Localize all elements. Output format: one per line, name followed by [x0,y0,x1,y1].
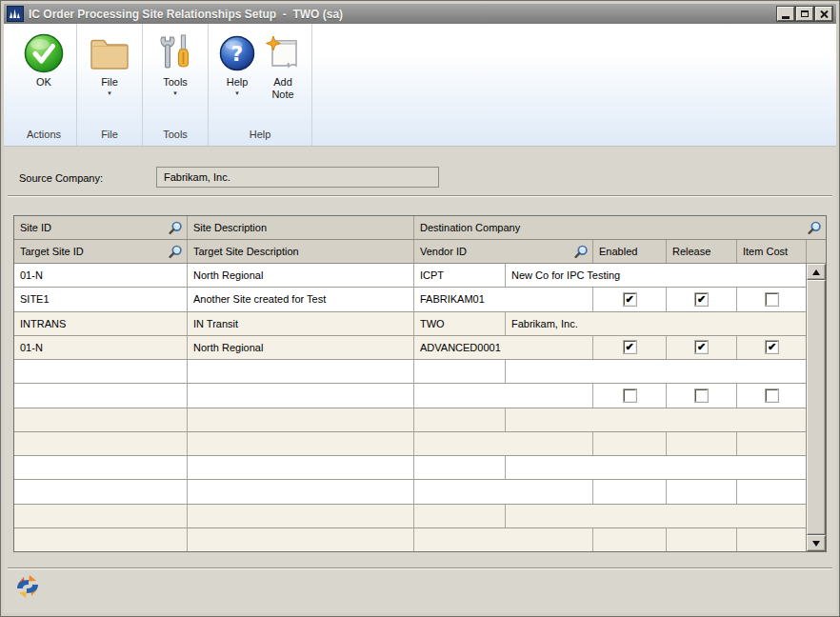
tools-button[interactable]: Tools ▼ [149,26,202,127]
cell-destination-company-id[interactable]: TWO [414,312,506,335]
checkbox-release[interactable]: ✔ [695,293,708,306]
destination-company-lookup-icon[interactable] [808,221,822,235]
dropdown-arrow-icon: ▼ [107,90,112,96]
cell-target-site-description[interactable]: Another Site created for Test [188,288,414,310]
group-label-actions: Actions [17,127,70,146]
window-title: IC Order Processing Site Relationships S… [29,8,777,21]
cell-item-cost [737,384,807,407]
checkbox-enabled[interactable]: ✔ [624,341,636,353]
cell-target-site-description[interactable] [188,384,414,407]
help-button-label: Help [227,76,249,89]
cell-enabled: ✔ [593,288,667,310]
cell-vendor-id[interactable] [414,384,593,407]
add-note-button[interactable]: Add Note [260,26,306,127]
scrollbar-thumb[interactable] [807,280,826,535]
checkbox-item-cost[interactable] [766,389,778,402]
cell-vendor-id[interactable]: FABRIKAM01 [414,288,593,310]
close-button[interactable] [815,7,832,21]
cell-item-cost [737,528,807,551]
cell-site-id [14,456,188,479]
divider [8,195,832,197]
scroll-down-button[interactable] [807,535,826,551]
grid-row [14,480,806,504]
checkbox-item-cost[interactable]: ✔ [766,341,778,353]
cell-destination-company-id[interactable]: ICPT [414,264,506,287]
header-filler [807,240,826,263]
cell-destination-company-name[interactable]: Fabrikam, Inc. [506,312,806,335]
scroll-up-button[interactable] [807,264,826,280]
ribbon-toolbar: OK Actions File ▼ File [4,24,836,147]
cell-destination-company-id [414,408,506,431]
cell-target-site-id[interactable]: SITE1 [14,288,188,310]
header-target-site-description: Target Site Description [188,240,414,263]
grid-row [14,432,806,456]
cell-site-description[interactable] [188,360,414,383]
header-item-cost-label: Item Cost [743,246,802,257]
cell-target-site-id[interactable] [14,384,188,407]
grid-header-row-2: Target Site ID Target Site Description V… [14,240,826,264]
file-button-label: File [101,76,118,89]
header-target-site-id: Target Site ID [14,240,188,263]
cell-target-site-id [14,528,188,551]
cell-vendor-id [414,432,593,455]
grid-row [14,360,806,384]
cell-destination-company-name[interactable]: New Co for IPC Testing [506,264,806,287]
close-icon [820,10,829,18]
checkbox-release[interactable]: ✔ [695,341,708,353]
group-label-help: Help [214,127,306,146]
vendor-id-lookup-icon[interactable] [574,245,589,259]
minimize-button[interactable] [777,7,794,21]
header-vendor-id-label: Vendor ID [420,246,574,257]
scrollbar-track[interactable] [807,280,826,535]
ribbon-group-actions: OK Actions [11,24,77,146]
cell-vendor-id[interactable]: ADVANCED0001 [414,336,593,359]
grid-row [14,384,806,408]
dropdown-arrow-icon: ▼ [234,90,240,96]
vertical-scrollbar[interactable] [807,264,826,551]
cell-site-id [14,505,188,527]
gp-pinwheel-icon [14,573,41,600]
cell-item-cost [737,480,807,503]
cell-target-site-id [14,480,188,503]
cell-release [667,528,737,551]
checkbox-release[interactable] [695,389,708,402]
group-label-tools: Tools [149,127,202,146]
titlebar: IC Order Processing Site Relationships S… [4,4,836,24]
header-site-id: Site ID [14,216,188,239]
cell-target-site-id[interactable]: 01-N [14,336,188,359]
file-button[interactable]: File ▼ [83,26,136,127]
tools-icon [157,30,193,76]
checkbox-enabled[interactable]: ✔ [624,293,636,306]
cell-site-id[interactable] [14,360,188,383]
cell-item-cost: ✔ [737,336,807,359]
site-id-lookup-icon[interactable] [169,221,183,235]
cell-site-id[interactable]: INTRANS [14,312,188,335]
cell-release: ✔ [667,288,737,310]
target-site-id-lookup-icon[interactable] [169,245,183,259]
cell-destination-company-id[interactable] [414,360,506,383]
divider [8,567,832,569]
cell-destination-company-name[interactable] [506,360,806,383]
header-site-description-label: Site Description [193,222,410,233]
grid-row: SITE1 Another Site created for Test FABR… [14,288,806,311]
help-button[interactable]: ? Help ▼ [214,26,260,127]
cell-enabled: ✔ [593,336,667,359]
source-company-field[interactable]: Fabrikam, Inc. [156,167,439,188]
maximize-button[interactable] [796,7,813,21]
grid-body: 01-N North Regional ICPT New Co for IPC … [14,264,826,551]
site-relationships-grid: Site ID Site Description Destination Com… [13,215,827,552]
ok-button[interactable]: OK [17,26,70,127]
cell-site-description [188,505,414,527]
cell-site-id[interactable]: 01-N [14,264,188,287]
header-release-label: Release [672,246,732,257]
cell-destination-company-name [506,505,806,527]
cell-release [667,384,737,407]
cell-site-description[interactable]: North Regional [188,264,414,287]
checkbox-item-cost[interactable] [766,293,778,306]
checkbox-enabled[interactable] [624,389,636,402]
cell-site-description[interactable]: IN Transit [188,312,414,335]
cell-target-site-description[interactable]: North Regional [188,336,414,359]
grid-row: 01-N North Regional ICPT New Co for IPC … [14,264,806,288]
cell-target-site-description [188,480,414,503]
cell-enabled [593,384,667,407]
